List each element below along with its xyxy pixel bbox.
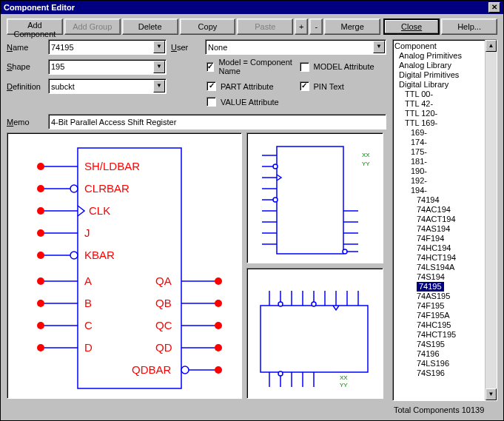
memo-label: Memo bbox=[7, 118, 44, 127]
tree-item[interactable]: 181- bbox=[393, 157, 497, 166]
value-attr-label: VALUE Attribute bbox=[221, 98, 279, 107]
svg-point-73 bbox=[312, 302, 316, 306]
dropdown-icon[interactable]: ▼ bbox=[153, 80, 165, 92]
tree-item-selected[interactable]: 74195 bbox=[417, 282, 444, 292]
tree-item[interactable]: TTL 120- bbox=[393, 109, 497, 118]
tree-item[interactable]: TTL 00- bbox=[393, 90, 497, 99]
tree-item[interactable]: 74S196 bbox=[393, 368, 497, 378]
add-component-button[interactable]: Add Component bbox=[7, 18, 63, 35]
svg-point-31 bbox=[215, 277, 222, 285]
svg-text:SH/LDBAR: SH/LDBAR bbox=[84, 160, 140, 172]
tree-item[interactable]: 74ACT194 bbox=[393, 215, 497, 224]
scroll-down-icon[interactable]: ▼ bbox=[485, 388, 497, 400]
tree-item[interactable]: Digital Library bbox=[393, 80, 497, 90]
svg-point-19 bbox=[37, 277, 44, 285]
svg-point-2 bbox=[37, 163, 44, 170]
model-eq-label: Model = Component Name bbox=[218, 58, 293, 75]
copy-button[interactable]: Copy bbox=[180, 18, 236, 35]
tree-item[interactable]: 74AC194 bbox=[393, 205, 497, 215]
svg-text:B: B bbox=[84, 297, 92, 309]
svg-text:D: D bbox=[84, 341, 93, 354]
tree-item[interactable]: 190- bbox=[393, 166, 497, 176]
tree-item[interactable]: 74AS194 bbox=[393, 224, 497, 234]
svg-text:YY: YY bbox=[362, 161, 370, 167]
dropdown-icon[interactable]: ▼ bbox=[373, 41, 385, 53]
tree-item[interactable]: 194- bbox=[393, 186, 497, 195]
add-group-button[interactable]: Add Group bbox=[64, 18, 121, 35]
tree-item[interactable]: 74F195A bbox=[393, 311, 497, 320]
help-button[interactable]: Help... bbox=[441, 18, 497, 35]
tree-root[interactable]: Component bbox=[393, 41, 497, 51]
svg-point-9 bbox=[37, 207, 44, 215]
svg-point-49 bbox=[273, 164, 278, 169]
tree-item[interactable]: 74HC195 bbox=[393, 320, 497, 330]
tree-item[interactable]: 74LS196 bbox=[393, 359, 497, 368]
delete-button[interactable]: Delete bbox=[122, 18, 178, 35]
value-attr-checkbox[interactable] bbox=[206, 97, 216, 107]
plus-button[interactable]: + bbox=[295, 18, 308, 35]
svg-point-63 bbox=[343, 249, 347, 254]
svg-text:C: C bbox=[84, 319, 93, 331]
tree-item[interactable]: TTL 169- bbox=[393, 118, 497, 128]
svg-text:YY: YY bbox=[340, 382, 348, 388]
svg-point-16 bbox=[70, 252, 78, 259]
svg-point-28 bbox=[37, 344, 44, 351]
shape-preview-alt2[interactable]: XX YY bbox=[246, 268, 383, 399]
close-button[interactable]: Close bbox=[383, 18, 440, 35]
svg-text:XX: XX bbox=[340, 374, 348, 381]
pin-text-checkbox[interactable]: ✓ bbox=[300, 81, 309, 91]
tree-item[interactable]: 74AS195 bbox=[393, 292, 497, 301]
paste-button[interactable]: Paste bbox=[237, 18, 293, 35]
svg-point-80 bbox=[278, 371, 283, 376]
window-close-button[interactable]: ✕ bbox=[488, 2, 500, 13]
tree-item[interactable]: 175- bbox=[393, 147, 497, 157]
svg-text:QDBAR: QDBAR bbox=[132, 363, 172, 376]
svg-point-69 bbox=[278, 302, 283, 306]
svg-point-15 bbox=[37, 252, 44, 259]
tree-item[interactable]: 74S194 bbox=[393, 272, 497, 282]
model-eq-checkbox[interactable]: ✓ bbox=[206, 62, 214, 72]
name-combo[interactable]: 74195▼ bbox=[48, 39, 167, 55]
tree-item[interactable]: 74F195 bbox=[393, 301, 497, 311]
tree-item[interactable]: 74S195 bbox=[393, 340, 497, 349]
part-attr-checkbox[interactable]: ✓ bbox=[206, 81, 216, 91]
shape-combo[interactable]: 195▼ bbox=[48, 59, 167, 75]
tree-item[interactable]: 174- bbox=[393, 138, 497, 147]
tree-scrollbar[interactable]: ▲ ▼ bbox=[485, 40, 497, 400]
scroll-up-icon[interactable]: ▲ bbox=[485, 40, 497, 52]
titlebar: Component Editor ✕ bbox=[1, 1, 503, 14]
user-combo[interactable]: None▼ bbox=[205, 39, 386, 55]
tree-item[interactable]: 169- bbox=[393, 128, 497, 138]
merge-button[interactable]: Merge bbox=[324, 18, 380, 35]
tree-item[interactable]: 74196 bbox=[393, 349, 497, 359]
tree-item[interactable]: 74LS194A bbox=[393, 263, 497, 272]
definition-combo[interactable]: subckt▼ bbox=[48, 78, 167, 94]
tree-item[interactable]: 192- bbox=[393, 176, 497, 186]
tree-item[interactable]: 74HCT194 bbox=[393, 253, 497, 263]
tree-item[interactable]: Analog Library bbox=[393, 61, 497, 70]
shape-preview-main[interactable]: SH/LDBAR CLRBAR CLK bbox=[7, 132, 242, 399]
component-tree[interactable]: Component Analog Primitives Analog Libra… bbox=[392, 39, 497, 401]
model-attr-checkbox[interactable] bbox=[300, 62, 309, 72]
tree-item[interactable]: 74F194 bbox=[393, 234, 497, 243]
shape-preview-alt1[interactable]: XX YY bbox=[246, 132, 383, 263]
minus-button[interactable]: - bbox=[309, 18, 323, 35]
tree-item[interactable]: TTL 42- bbox=[393, 99, 497, 109]
svg-point-44 bbox=[181, 366, 189, 374]
svg-text:CLRBAR: CLRBAR bbox=[84, 182, 130, 195]
svg-point-6 bbox=[70, 185, 78, 192]
svg-text:XX: XX bbox=[362, 152, 370, 158]
toolbar: Add Component Add Group Delete Copy Past… bbox=[1, 14, 503, 39]
dropdown-icon[interactable]: ▼ bbox=[153, 41, 165, 53]
tree-item[interactable]: Analog Primitives bbox=[393, 51, 497, 61]
tree-item[interactable]: 74HCT195 bbox=[393, 330, 497, 340]
memo-input[interactable] bbox=[48, 114, 386, 129]
dropdown-icon[interactable]: ▼ bbox=[153, 61, 165, 73]
tree-item[interactable]: 74194 bbox=[393, 195, 497, 205]
tree-item[interactable]: Digital Primitives bbox=[393, 70, 497, 80]
svg-text:A: A bbox=[84, 275, 92, 287]
svg-text:QA: QA bbox=[155, 275, 172, 287]
tree-item[interactable]: 74HC194 bbox=[393, 243, 497, 253]
window-title: Component Editor bbox=[4, 3, 75, 12]
svg-rect-46 bbox=[277, 146, 343, 254]
